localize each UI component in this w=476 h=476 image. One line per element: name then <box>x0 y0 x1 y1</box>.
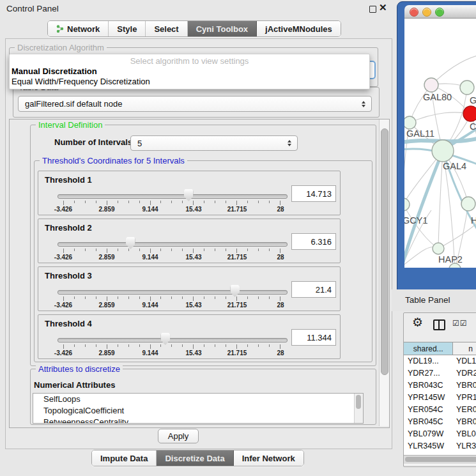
network-node <box>432 140 454 162</box>
tab-infer-network[interactable]: Infer Network <box>234 450 303 466</box>
threshold-2-label: Threshold 2 <box>45 223 92 233</box>
tab-cyni-toolbox[interactable]: Cyni Toolbox <box>188 21 257 36</box>
tab-impute-data[interactable]: Impute Data <box>92 450 157 466</box>
table-row[interactable]: YDL19...YDL1 <box>404 355 476 367</box>
tab-style[interactable]: Style <box>109 21 146 36</box>
table-body: YDL19...YDL1 YDR27...YDR2 YBR043CYBR0 YP… <box>404 355 476 464</box>
screen: Control Panel ✕ Network Style Select Cyn… <box>0 0 476 476</box>
column-header-name[interactable]: n <box>453 342 476 355</box>
network-node <box>461 197 475 211</box>
algorithm-dropdown-popup: Select algorithm to view settings Manual… <box>9 54 370 89</box>
network-node <box>424 78 438 92</box>
combobox-arrows-icon <box>288 140 291 146</box>
scrollbar-thumb[interactable] <box>381 128 388 375</box>
threshold-4-slider-track[interactable] <box>58 338 288 342</box>
table-row[interactable]: YBR043CYBR0 <box>404 380 476 392</box>
minimize-traffic-light-icon[interactable] <box>422 8 431 17</box>
threshold-3-slider-thumb[interactable] <box>230 285 240 297</box>
network-view-window[interactable]: GAL80 G C GAL11 GAL4 GCY1 H HAP2 <box>397 1 476 291</box>
network-node <box>404 116 416 129</box>
numerical-attributes-list: SelfLoops TopologicalCoefficient Between… <box>33 393 364 424</box>
close-traffic-light-icon[interactable] <box>410 8 418 17</box>
control-panel-tabbar: Network Style Select Cyni Toolbox jActiv… <box>47 20 341 37</box>
node-label: G <box>470 95 476 105</box>
node-label: H <box>471 215 476 226</box>
threshold-1-panel: Threshold 1 -3.4262.8599.14415.4321.7152… <box>38 171 341 215</box>
tab-jactivemnodules[interactable]: jActiveMNodules <box>257 21 341 36</box>
threshold-3-panel: Threshold 3 -3.4262.8599.14415.4321.7152… <box>38 266 341 311</box>
split-columns-icon[interactable] <box>433 319 445 330</box>
network-node <box>463 106 476 121</box>
horizontal-scrollbar[interactable] <box>404 455 476 464</box>
list-item[interactable]: TopologicalCoefficient <box>33 405 363 417</box>
table-panel: ⚙ ☑☑ shared... n YDL19...YDL1 YDR27...YD… <box>403 312 476 467</box>
table-row[interactable]: YPR145WYPR1 <box>404 392 476 404</box>
close-icon[interactable]: ✕ <box>379 2 387 13</box>
tab-select[interactable]: Select <box>146 21 187 36</box>
table-row[interactable]: YBR045CYBR0 <box>404 416 476 428</box>
number-of-intervals-combobox[interactable]: 5 <box>130 135 298 151</box>
table-data-combobox[interactable]: galFiltered.sif default node <box>18 96 372 112</box>
control-panel-title: Control Panel <box>6 4 59 13</box>
threshold-1-slider-thumb[interactable] <box>184 189 194 201</box>
threshold-1-value-field[interactable] <box>291 185 336 202</box>
threshold-4-tick-labels: -3.4262.8599.14415.4321.71528 <box>63 349 280 357</box>
list-scrollbar[interactable] <box>354 394 363 423</box>
scrollbar-thumb[interactable] <box>405 457 476 462</box>
bottom-tabbar: Impute Data Discretize Data Infer Networ… <box>91 450 304 466</box>
number-of-intervals-label: Number of Intervals <box>54 137 132 147</box>
network-node <box>433 243 444 254</box>
tab-discretize-data[interactable]: Discretize Data <box>157 450 233 466</box>
thresholds-group-title: Threshold's Coordinates for 5 Intervals <box>40 156 187 165</box>
threshold-4-label: Threshold 4 <box>45 319 92 328</box>
table-header-row: shared... n <box>404 342 476 355</box>
network-canvas[interactable]: GAL80 G C GAL11 GAL4 GCY1 H HAP2 <box>404 19 476 268</box>
network-window-titlebar[interactable] <box>404 5 476 19</box>
dropdown-option-manual-discretization[interactable]: Manual Discretization <box>12 66 97 76</box>
gear-icon[interactable]: ⚙ <box>412 316 423 328</box>
threshold-2-tick-labels: -3.4262.8599.14415.4321.71528 <box>63 254 280 261</box>
table-panel-header: Table Panel <box>392 289 476 311</box>
list-item[interactable]: BetweennessCentrality <box>33 417 363 424</box>
threshold-1-slider-track[interactable] <box>58 194 288 199</box>
node-label: C <box>470 121 476 132</box>
threshold-1-tick-labels: -3.4262.8599.14415.4321.71528 <box>63 206 280 213</box>
node-label: HAP2 <box>438 254 463 265</box>
node-label: GAL11 <box>406 128 434 139</box>
threshold-2-slider-track[interactable] <box>58 242 288 247</box>
table-row[interactable]: YER054CYER0 <box>404 404 476 416</box>
table-row[interactable]: YDR27...YDR2 <box>404 367 476 380</box>
node-label: GCY1 <box>404 215 428 226</box>
apply-button[interactable]: Apply <box>158 429 199 443</box>
table-row[interactable]: YBL079WYBL0 <box>404 428 476 440</box>
column-header-shared-name[interactable]: shared... <box>404 342 453 355</box>
dropdown-placeholder-option[interactable]: Select algorithm to view settings <box>10 56 369 66</box>
dropdown-option-equal-width[interactable]: Equal Width/Frequency Discretization <box>12 77 150 86</box>
float-window-icon[interactable] <box>369 6 376 13</box>
select-columns-icon[interactable]: ☑☑ <box>452 319 468 328</box>
table-row[interactable]: YLR345WYLR3 <box>404 440 476 452</box>
node-label: GAL4 <box>443 161 466 171</box>
threshold-2-ticks <box>63 249 280 253</box>
threshold-1-label: Threshold 1 <box>45 175 92 185</box>
threshold-4-slider-thumb[interactable] <box>160 333 170 345</box>
threshold-3-label: Threshold 3 <box>45 271 92 280</box>
combobox-arrows-icon <box>362 101 365 107</box>
threshold-2-value-field[interactable] <box>291 233 336 250</box>
threshold-3-tick-labels: -3.4262.8599.14415.4321.71528 <box>63 302 280 309</box>
node-label: GAL80 <box>423 92 452 102</box>
threshold-4-panel: Threshold 4 -3.4262.8599.14415.4321.7152… <box>38 314 341 359</box>
network-node <box>460 81 474 95</box>
zoom-traffic-light-icon[interactable] <box>435 8 444 17</box>
table-panel-title: Table Panel <box>405 295 450 305</box>
threshold-2-slider-thumb[interactable] <box>126 237 135 249</box>
vertical-scrollbar[interactable] <box>379 119 389 426</box>
settings-scrollpane: Interval Definition Number of Intervals … <box>9 119 390 428</box>
threshold-3-slider-track[interactable] <box>58 290 288 295</box>
threshold-4-value-field[interactable] <box>291 329 336 346</box>
tab-network[interactable]: Network <box>48 21 109 36</box>
network-nodes[interactable] <box>404 78 476 268</box>
threshold-3-value-field[interactable] <box>291 281 336 298</box>
threshold-3-ticks <box>63 296 280 301</box>
list-item[interactable]: SelfLoops <box>33 394 363 405</box>
